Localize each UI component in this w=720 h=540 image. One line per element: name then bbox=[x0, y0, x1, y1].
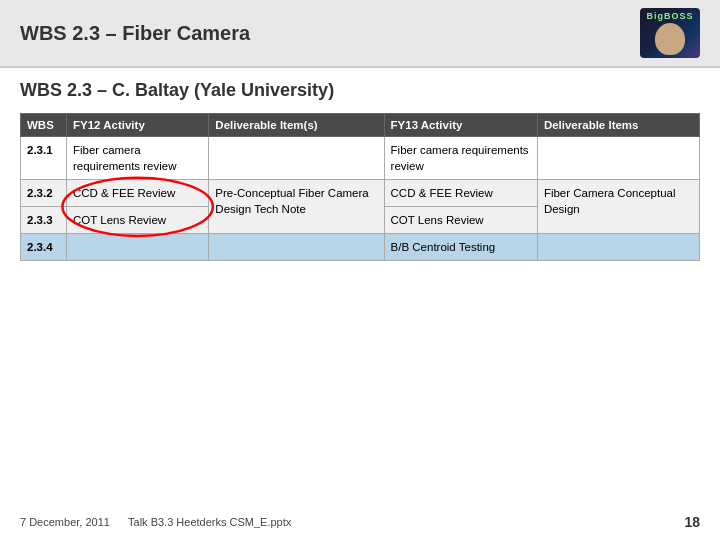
cell-wbs-2.3.3: 2.3.3 bbox=[21, 207, 67, 234]
cell-fy12-2.3.2: CCD & FEE Review bbox=[66, 180, 208, 207]
logo-text: BigBOSS bbox=[646, 11, 693, 21]
footer: 7 December, 2011 Talk B3.3 Heetderks CSM… bbox=[20, 514, 700, 530]
header: WBS 2.3 – Fiber Camera BigBOSS bbox=[0, 0, 720, 68]
cell-wbs-2.3.2: 2.3.2 bbox=[21, 180, 67, 207]
cell-fy12-2.3.4 bbox=[66, 234, 208, 261]
cell-fy13-2.3.4: B/B Centroid Testing bbox=[384, 234, 537, 261]
cell-fy13-2.3.3: COT Lens Review bbox=[384, 207, 537, 234]
footer-date-file: 7 December, 2011 Talk B3.3 Heetderks CSM… bbox=[20, 516, 291, 528]
footer-date: 7 December, 2011 bbox=[20, 516, 110, 528]
cell-deliv1-2.3.1 bbox=[209, 137, 384, 180]
cell-deliv2-2.3.1 bbox=[537, 137, 699, 180]
page-title: WBS 2.3 – Fiber Camera bbox=[20, 22, 250, 45]
col-fy12: FY12 Activity bbox=[66, 114, 208, 137]
cell-deliv2-2.3.4 bbox=[537, 234, 699, 261]
wbs-table: WBS FY12 Activity Deliverable Item(s) FY… bbox=[20, 113, 700, 261]
cell-fy13-2.3.2: CCD & FEE Review bbox=[384, 180, 537, 207]
cell-fy12-2.3.3: COT Lens Review bbox=[66, 207, 208, 234]
cell-wbs-2.3.4: 2.3.4 bbox=[21, 234, 67, 261]
col-wbs: WBS bbox=[21, 114, 67, 137]
cell-wbs-2.3.1: 2.3.1 bbox=[21, 137, 67, 180]
cell-fy12-2.3.1: Fiber camera requirements review bbox=[66, 137, 208, 180]
page-number: 18 bbox=[684, 514, 700, 530]
table-row: 2.3.1Fiber camera requirements reviewFib… bbox=[21, 137, 700, 180]
footer-file: Talk B3.3 Heetderks CSM_E.pptx bbox=[128, 516, 291, 528]
table-header-row: WBS FY12 Activity Deliverable Item(s) FY… bbox=[21, 114, 700, 137]
logo-face-image bbox=[655, 23, 685, 55]
col-deliv2: Deliverable Items bbox=[537, 114, 699, 137]
subtitle: WBS 2.3 – C. Baltay (Yale University) bbox=[0, 68, 720, 109]
cell-deliv2-2.3.2: Fiber Camera Conceptual Design bbox=[537, 180, 699, 234]
table-container: WBS FY12 Activity Deliverable Item(s) FY… bbox=[0, 109, 720, 261]
cell-deliv1-2.3.4 bbox=[209, 234, 384, 261]
cell-deliv1-2.3.2: Pre-Conceptual Fiber Camera Design Tech … bbox=[209, 180, 384, 234]
col-deliv1: Deliverable Item(s) bbox=[209, 114, 384, 137]
cell-fy13-2.3.1: Fiber camera requirements review bbox=[384, 137, 537, 180]
logo: BigBOSS bbox=[640, 8, 700, 58]
table-row: 2.3.2CCD & FEE ReviewPre-Conceptual Fibe… bbox=[21, 180, 700, 207]
col-fy13: FY13 Activity bbox=[384, 114, 537, 137]
table-row: 2.3.4B/B Centroid Testing bbox=[21, 234, 700, 261]
